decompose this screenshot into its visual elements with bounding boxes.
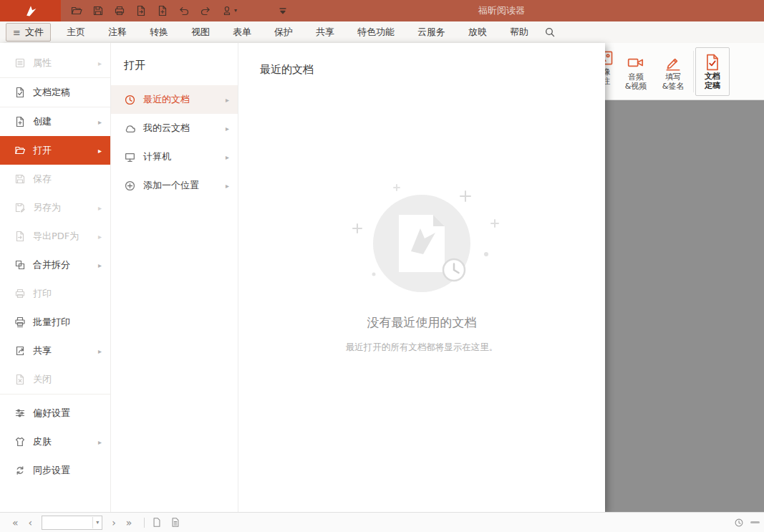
computer-icon — [124, 151, 136, 163]
file-menu-panel: 属性 ▸ 文档定稿 创建 ▸ 打开 ▸ — [0, 43, 605, 512]
last-page-button[interactable]: » — [121, 513, 137, 532]
ribbon-item-audio-video[interactable]: 音频 &视频 — [617, 52, 654, 91]
status-bar: « ‹ ▾ › » — [0, 512, 764, 532]
export-doc-icon[interactable] — [135, 5, 147, 16]
file-menu-item-batch-print[interactable]: 批量打印 — [0, 308, 110, 337]
tab-view[interactable]: 视图 — [180, 21, 221, 43]
customize-toolbar-icon[interactable] — [277, 5, 289, 16]
submenu-arrow-icon: ▸ — [98, 59, 102, 67]
zoom-slider-fragment[interactable] — [750, 521, 760, 523]
menu-bar: ≡ 文件 主页 注释 转换 视图 表单 保护 共享 特色功能 云服务 放映 帮助 — [0, 21, 764, 43]
sparkle-plus — [491, 220, 498, 227]
file-menu-list: 属性 ▸ 文档定稿 创建 ▸ 打开 ▸ — [0, 43, 111, 512]
search-icon[interactable] — [544, 26, 556, 38]
open-panel: 打开 最近的文档 ▸ 我的云文档 ▸ 计算机 ▸ — [111, 43, 238, 512]
continuous-page-view-icon[interactable] — [170, 517, 180, 528]
tab-share[interactable]: 共享 — [304, 21, 346, 43]
tab-form[interactable]: 表单 — [221, 21, 263, 43]
tab-home[interactable]: 主页 — [55, 21, 97, 43]
submenu-arrow-icon: ▸ — [226, 125, 229, 132]
new-doc-icon[interactable] — [157, 5, 168, 16]
single-page-view-icon[interactable] — [152, 517, 162, 528]
open-panel-item-computer[interactable]: 计算机 ▸ — [111, 142, 238, 171]
file-menu-item-label: 另存为 — [33, 201, 61, 214]
recent-docs-title: 最近的文档 — [260, 63, 314, 77]
file-menu-item-label: 创建 — [33, 115, 52, 128]
submenu-arrow-icon: ▸ — [98, 204, 102, 212]
file-menu-item-label: 文档定稿 — [33, 86, 70, 99]
file-menu-item-doc-finalize[interactable]: 文档定稿 — [0, 78, 110, 107]
file-menu-button[interactable]: ≡ 文件 — [6, 23, 51, 42]
window-title: 福昕阅读器 — [478, 0, 525, 21]
open-panel-item-label: 最近的文档 — [143, 93, 190, 106]
tab-convert[interactable]: 转换 — [138, 21, 180, 43]
merge-split-icon — [14, 259, 26, 271]
ribbon-tabs: 主页 注释 转换 视图 表单 保护 共享 特色功能 云服务 放映 帮助 — [55, 21, 540, 43]
stamp-sign-icon[interactable]: ▾ — [221, 5, 237, 16]
tab-comment[interactable]: 注释 — [97, 21, 138, 43]
ribbon-item-label: 音频 — [628, 72, 644, 82]
empty-state-title: 没有最近使用的文档 — [367, 314, 477, 331]
file-menu-item-label: 关闭 — [33, 373, 52, 386]
empty-state: 没有最近使用的文档 最近打开的所有文档都将显示在这里。 — [339, 183, 504, 354]
open-panel-item-label: 添加一个位置 — [143, 179, 199, 192]
file-menu-item-preferences[interactable]: 偏好设置 — [0, 399, 110, 427]
title-bar: ▾ 福昕阅读器 — [0, 0, 764, 21]
open-panel-item-add-place[interactable]: 添加一个位置 ▸ — [111, 171, 238, 200]
submenu-arrow-icon: ▸ — [98, 347, 102, 355]
recent-docs-panel: 最近的文档 — [238, 43, 605, 512]
file-menu-item-print: 打印 — [0, 279, 110, 308]
sync-icon — [14, 465, 26, 476]
ribbon-item-fill-sign[interactable]: 填写 &签名 — [654, 52, 692, 91]
file-menu-item-open[interactable]: 打开 ▸ — [0, 136, 110, 165]
open-file-icon[interactable] — [71, 5, 82, 16]
open-panel-item-cloud-docs[interactable]: 我的云文档 ▸ — [111, 114, 238, 142]
file-menu-item-sync-settings[interactable]: 同步设置 — [0, 456, 110, 485]
export-pdf-icon — [14, 231, 26, 242]
file-menu-item-share[interactable]: 共享 ▸ — [0, 337, 110, 365]
sparkle-dot — [484, 252, 488, 256]
statusbar-right-controls — [734, 518, 760, 528]
file-menu-item-label: 偏好设置 — [33, 407, 70, 420]
ribbon-item-doc-finalize[interactable]: 文档 定稿 — [695, 47, 730, 96]
tab-help[interactable]: 帮助 — [498, 21, 540, 43]
save-icon — [14, 173, 26, 185]
open-panel-item-recent-docs[interactable]: 最近的文档 ▸ — [111, 85, 238, 114]
open-panel-item-label: 我的云文档 — [143, 122, 190, 135]
submenu-arrow-icon: ▸ — [98, 261, 102, 269]
close-doc-icon — [14, 374, 26, 385]
tab-protect[interactable]: 保护 — [263, 21, 304, 43]
file-menu-item-label: 同步设置 — [33, 464, 70, 477]
tab-features[interactable]: 特色功能 — [346, 21, 406, 43]
share-icon — [14, 345, 26, 357]
properties-icon — [14, 57, 26, 69]
statusbar-separator — [144, 518, 145, 528]
print-icon[interactable] — [114, 5, 125, 16]
cloud-icon — [124, 122, 136, 135]
redo-icon[interactable] — [200, 5, 211, 16]
app-window: ▾ 福昕阅读器 ≡ 文件 主页 注释 转换 视图 表单 保护 共享 特色功能 云… — [0, 0, 764, 532]
page-dropdown-caret-icon[interactable]: ▾ — [92, 517, 102, 528]
file-menu-item-merge-split[interactable]: 合并拆分 ▸ — [0, 251, 110, 279]
tab-present[interactable]: 放映 — [457, 21, 498, 43]
app-logo — [0, 0, 61, 21]
batch-print-icon — [14, 316, 26, 328]
file-menu-item-label: 打开 — [33, 144, 52, 157]
undo-icon[interactable] — [178, 5, 190, 16]
save-icon[interactable] — [92, 5, 104, 16]
quick-access-toolbar: ▾ — [71, 5, 289, 16]
stamp-dropdown-caret-icon[interactable]: ▾ — [234, 8, 237, 14]
file-menu-item-label: 保存 — [33, 173, 52, 185]
skin-icon — [14, 436, 26, 448]
audio-video-icon — [627, 54, 645, 72]
clock-mode-icon[interactable] — [734, 518, 744, 528]
preferences-icon — [14, 407, 26, 419]
file-menu-item-skin[interactable]: 皮肤 ▸ — [0, 427, 110, 456]
tab-cloud[interactable]: 云服务 — [406, 21, 457, 43]
file-menu-item-create[interactable]: 创建 ▸ — [0, 107, 110, 136]
page-number-input[interactable] — [42, 518, 92, 528]
file-menu-button-label: 文件 — [25, 26, 44, 39]
first-page-button[interactable]: « — [7, 513, 24, 532]
next-page-button[interactable]: › — [107, 513, 121, 532]
previous-page-button[interactable]: ‹ — [24, 513, 38, 532]
